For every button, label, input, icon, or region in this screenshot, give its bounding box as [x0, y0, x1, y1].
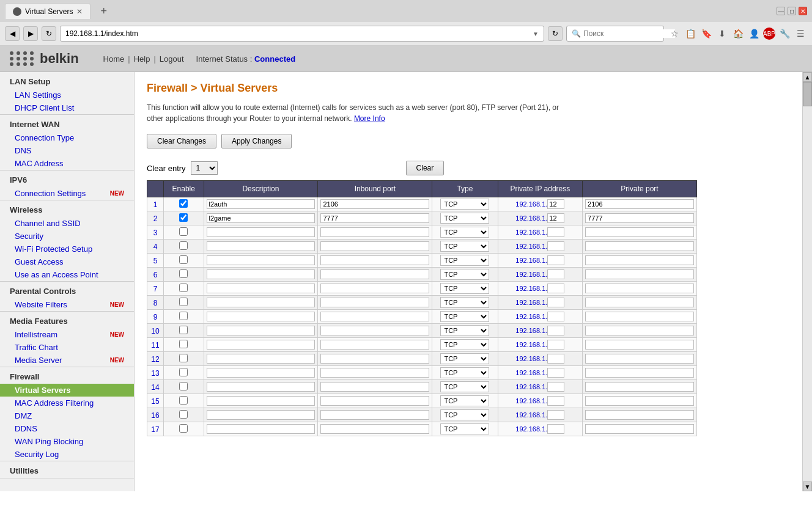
row-enable-checkbox[interactable] — [179, 312, 188, 320]
menu-icon[interactable]: ☰ — [794, 27, 807, 40]
row-type-select[interactable]: TCPUDPBoth — [440, 227, 489, 238]
row-private-port-input[interactable] — [585, 269, 694, 279]
row-enable-checkbox[interactable] — [179, 340, 188, 348]
sidebar-item[interactable]: DMZ — [0, 409, 134, 422]
forward-button[interactable]: ▶ — [23, 26, 38, 41]
sidebar-item[interactable]: DHCP Client List — [0, 101, 134, 114]
row-inbound-port-input[interactable] — [320, 382, 429, 392]
row-private-port-input[interactable] — [585, 298, 694, 307]
abp-icon[interactable]: ABP — [763, 27, 775, 40]
tab-close-button[interactable]: ✕ — [76, 7, 83, 16]
row-inbound-port-input[interactable] — [320, 227, 429, 237]
row-ip-last-input[interactable] — [547, 340, 564, 350]
sidebar-item[interactable]: Media ServerNEW — [0, 354, 134, 367]
row-description-input[interactable] — [207, 312, 316, 321]
sidebar-item[interactable]: Wi-Fi Protected Setup — [0, 243, 134, 255]
row-description-input[interactable] — [207, 368, 316, 378]
close-button[interactable]: ✕ — [799, 7, 807, 15]
row-type-select[interactable]: TCPUDPBoth — [440, 423, 489, 434]
browser-tab[interactable]: Virtual Servers ✕ — [5, 3, 90, 19]
row-type-select[interactable]: TCPUDPBoth — [440, 269, 489, 280]
sync-icon[interactable]: 👤 — [747, 27, 761, 40]
sidebar-item[interactable]: Use as an Access Point — [0, 268, 134, 281]
sidebar-item[interactable]: Guest Access — [0, 255, 134, 268]
row-inbound-port-input[interactable] — [320, 354, 429, 364]
extensions-icon[interactable]: 🔧 — [778, 27, 791, 40]
row-type-select[interactable]: TCPUDPBoth — [440, 409, 489, 420]
row-inbound-port-input[interactable] — [320, 298, 429, 307]
row-type-select[interactable]: TCPUDPBoth — [440, 213, 489, 224]
row-inbound-port-input[interactable] — [320, 199, 429, 209]
nav-home[interactable]: Home — [103, 54, 125, 64]
row-ip-last-input[interactable] — [547, 284, 564, 293]
row-description-input[interactable] — [207, 424, 316, 434]
row-type-select[interactable]: TCPUDPBoth — [440, 241, 489, 252]
row-description-input[interactable] — [207, 255, 316, 265]
nav-help[interactable]: Help — [134, 54, 150, 64]
row-enable-checkbox[interactable] — [179, 298, 188, 306]
row-ip-last-input[interactable] — [547, 241, 564, 251]
scroll-up-button[interactable]: ▲ — [803, 72, 812, 82]
row-enable-checkbox[interactable] — [179, 213, 188, 222]
row-ip-last-input[interactable] — [547, 298, 564, 307]
apply-changes-button[interactable]: Apply Changes — [221, 134, 292, 148]
url-dropdown-icon[interactable]: ▼ — [533, 31, 539, 37]
sidebar-item[interactable]: IntellistreamNEW — [0, 328, 134, 341]
row-description-input[interactable] — [207, 199, 316, 209]
row-enable-checkbox[interactable] — [179, 269, 188, 278]
row-private-port-input[interactable] — [585, 312, 694, 321]
sidebar-item[interactable]: Website FiltersNEW — [0, 298, 134, 311]
row-private-port-input[interactable] — [585, 368, 694, 378]
row-inbound-port-input[interactable] — [320, 396, 429, 406]
row-enable-checkbox[interactable] — [179, 227, 188, 236]
row-private-port-input[interactable] — [585, 199, 694, 209]
row-inbound-port-input[interactable] — [320, 255, 429, 265]
row-type-select[interactable]: TCPUDPBoth — [440, 297, 489, 308]
row-type-select[interactable]: TCPUDPBoth — [440, 381, 489, 392]
row-ip-last-input[interactable] — [547, 410, 564, 420]
row-ip-last-input[interactable] — [547, 312, 564, 321]
row-inbound-port-input[interactable] — [320, 269, 429, 279]
row-ip-last-input[interactable] — [547, 396, 564, 406]
row-enable-checkbox[interactable] — [179, 284, 188, 292]
row-type-select[interactable]: TCPUDPBoth — [440, 311, 489, 322]
row-private-port-input[interactable] — [585, 396, 694, 406]
sidebar-item[interactable]: WAN Ping Blocking — [0, 435, 134, 448]
row-description-input[interactable] — [207, 213, 316, 223]
row-ip-last-input[interactable] — [547, 326, 564, 335]
row-enable-checkbox[interactable] — [179, 410, 188, 419]
row-enable-checkbox[interactable] — [179, 424, 188, 433]
row-ip-last-input[interactable] — [547, 382, 564, 392]
row-inbound-port-input[interactable] — [320, 326, 429, 335]
row-inbound-port-input[interactable] — [320, 312, 429, 321]
row-enable-checkbox[interactable] — [179, 326, 188, 334]
nav-logout[interactable]: Logout — [160, 54, 184, 64]
new-tab-button[interactable]: + — [95, 3, 112, 19]
row-description-input[interactable] — [207, 227, 316, 237]
reload-button[interactable]: ↻ — [548, 26, 563, 41]
sidebar-item[interactable]: Virtual Servers — [0, 384, 134, 397]
home-icon[interactable]: 🏠 — [731, 27, 745, 40]
row-private-port-input[interactable] — [585, 382, 694, 392]
search-bar[interactable]: 🔍 — [566, 26, 664, 42]
row-type-select[interactable]: TCPUDPBoth — [440, 353, 489, 364]
row-type-select[interactable]: TCPUDPBoth — [440, 199, 489, 210]
sidebar-item[interactable]: Channel and SSID — [0, 217, 134, 230]
row-type-select[interactable]: TCPUDPBoth — [440, 395, 489, 406]
row-private-port-input[interactable] — [585, 340, 694, 350]
sidebar-item[interactable]: MAC Address — [0, 157, 134, 170]
sidebar-item[interactable]: MAC Address Filtering — [0, 397, 134, 409]
row-description-input[interactable] — [207, 396, 316, 406]
pocket-icon[interactable]: 🔖 — [699, 27, 713, 40]
row-inbound-port-input[interactable] — [320, 213, 429, 223]
row-private-port-input[interactable] — [585, 227, 694, 237]
row-enable-checkbox[interactable] — [179, 354, 188, 362]
url-bar[interactable]: ▼ — [60, 26, 544, 42]
row-description-input[interactable] — [207, 269, 316, 279]
row-private-port-input[interactable] — [585, 241, 694, 251]
sidebar-item[interactable]: LAN Settings — [0, 89, 134, 101]
sidebar-item[interactable]: Security Log — [0, 448, 134, 461]
row-enable-checkbox[interactable] — [179, 255, 188, 264]
row-description-input[interactable] — [207, 340, 316, 350]
row-ip-last-input[interactable] — [547, 354, 564, 364]
